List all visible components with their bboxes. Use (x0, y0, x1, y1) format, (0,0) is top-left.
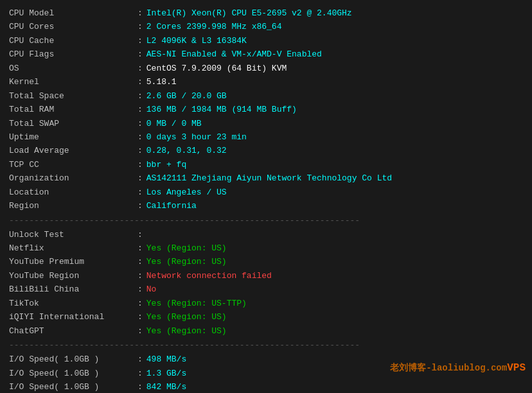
row-label: Location (9, 186, 137, 199)
row-label: I/O Speed( 1.0GB ) (9, 367, 137, 380)
row-colon: : (137, 48, 143, 61)
row-label: CPU Flags (9, 48, 137, 61)
row-colon: : (137, 89, 143, 103)
divider-2: ----------------------------------------… (9, 340, 523, 350)
row-value: Yes (Region: US) (146, 241, 227, 255)
table-row: YouTube Region: Network connection faile… (9, 269, 523, 283)
row-colon: : (137, 20, 143, 33)
row-label: Kernel (9, 75, 137, 89)
table-row: I/O Speed( 1.0GB ): 842 MB/s (9, 380, 523, 393)
row-value: CentOS 7.9.2009 (64 Bit) KVM (146, 62, 287, 75)
table-row: Uptime: 0 days 3 hour 23 min (9, 130, 523, 144)
row-colon: : (137, 367, 143, 380)
system-section: CPU Model: Intel(R) Xeon(R) CPU E5-2695 … (9, 6, 523, 213)
row-value: 2 Cores 2399.998 MHz x86_64 (146, 20, 282, 33)
table-row: Location: Los Angeles / US (9, 186, 523, 199)
row-value: 5.18.1 (146, 75, 177, 89)
row-value: Yes (Region: US) (146, 310, 227, 324)
table-row: CPU Model: Intel(R) Xeon(R) CPU E5-2695 … (9, 6, 523, 20)
row-value: 498 MB/s (146, 353, 186, 366)
table-row: CPU Cache: L2 4096K & L3 16384K (9, 34, 523, 48)
row-value: bbr + fq (146, 158, 186, 171)
row-label: YouTube Region (9, 269, 137, 283)
row-colon: : (137, 103, 143, 116)
row-label: Region (9, 199, 137, 213)
row-colon: : (137, 75, 143, 89)
row-value: 0 days 3 hour 23 min (146, 130, 247, 144)
table-row: Total Space: 2.6 GB / 20.0 GB (9, 89, 523, 103)
row-label: ChatGPT (9, 324, 137, 338)
table-row: TCP CC: bbr + fq (9, 158, 523, 171)
row-colon: : (137, 241, 143, 255)
row-colon: : (137, 6, 143, 20)
row-value: 1.3 GB/s (146, 367, 186, 380)
row-label: TCP CC (9, 158, 137, 171)
row-colon: : (137, 310, 143, 324)
unlock-header-colon: : (137, 228, 143, 241)
row-value: 2.6 GB / 20.0 GB (146, 89, 227, 103)
terminal-output: CPU Model: Intel(R) Xeon(R) CPU E5-2695 … (9, 6, 523, 393)
row-label: Total Space (9, 89, 137, 103)
row-colon: : (137, 171, 143, 185)
table-row: CPU Cores: 2 Cores 2399.998 MHz x86_64 (9, 20, 523, 33)
row-value: 136 MB / 1984 MB (914 MB Buff) (146, 103, 297, 116)
row-label: CPU Model (9, 6, 137, 20)
row-colon: : (137, 158, 143, 171)
unlock-section: Unlock Test: Netflix: Yes (Region: US)Yo… (9, 228, 523, 338)
row-value: 0.28, 0.31, 0.32 (146, 144, 227, 157)
divider-1: ----------------------------------------… (9, 216, 523, 225)
table-row: Total SWAP: 0 MB / 0 MB (9, 117, 523, 130)
row-value: Network connection failed (146, 269, 272, 283)
row-label: CPU Cores (9, 20, 137, 33)
row-label: Uptime (9, 130, 137, 144)
row-label: I/O Speed( 1.0GB ) (9, 380, 137, 393)
row-value: California (146, 199, 197, 213)
unlock-header-label: Unlock Test (9, 228, 137, 241)
row-value: Yes (Region: US-TTP) (146, 297, 247, 310)
table-row: Load Average: 0.28, 0.31, 0.32 (9, 144, 523, 157)
row-value: AS142111 Zhejiang Aiyun Network Technolo… (146, 171, 392, 185)
row-label: Total SWAP (9, 117, 137, 130)
table-row: ChatGPT: Yes (Region: US) (9, 324, 523, 338)
watermark: 老刘博客-laoliublog.comVPS (390, 362, 526, 374)
row-value: Intel(R) Xeon(R) CPU E5-2695 v2 @ 2.40GH… (146, 6, 352, 20)
table-row: OS: CentOS 7.9.2009 (64 Bit) KVM (9, 62, 523, 75)
table-row: BiliBili China: No (9, 283, 523, 296)
row-colon: : (137, 283, 143, 296)
row-label: iQIYI International (9, 310, 137, 324)
row-label: Total RAM (9, 103, 137, 116)
table-row: YouTube Premium: Yes (Region: US) (9, 255, 523, 268)
table-row: Netflix: Yes (Region: US) (9, 241, 523, 255)
row-value: 842 MB/s (146, 380, 186, 393)
row-colon: : (137, 199, 143, 213)
row-colon: : (137, 186, 143, 199)
table-row: Total RAM: 136 MB / 1984 MB (914 MB Buff… (9, 103, 523, 116)
row-colon: : (137, 380, 143, 393)
row-colon: : (137, 144, 143, 157)
row-colon: : (137, 255, 143, 268)
row-value: AES-NI Enabled & VM-x/AMD-V Enabled (146, 48, 322, 61)
row-label: BiliBili China (9, 283, 137, 296)
row-colon: : (137, 130, 143, 144)
table-row: Kernel: 5.18.1 (9, 75, 523, 89)
unlock-header-row: Unlock Test: (9, 228, 523, 241)
row-label: OS (9, 62, 137, 75)
row-value: Yes (Region: US) (146, 255, 227, 268)
row-colon: : (137, 324, 143, 338)
row-label: Load Average (9, 144, 137, 157)
table-row: iQIYI International: Yes (Region: US) (9, 310, 523, 324)
row-value: Los Angeles / US (146, 186, 227, 199)
row-value: No (146, 283, 157, 296)
row-label: TikTok (9, 297, 137, 310)
row-label: I/O Speed( 1.0GB ) (9, 353, 137, 366)
row-colon: : (137, 117, 143, 130)
table-row: CPU Flags: AES-NI Enabled & VM-x/AMD-V E… (9, 48, 523, 61)
table-row: Organization: AS142111 Zhejiang Aiyun Ne… (9, 171, 523, 185)
row-value: Yes (Region: US) (146, 324, 227, 338)
row-colon: : (137, 297, 143, 310)
table-row: Region: California (9, 199, 523, 213)
row-label: Organization (9, 171, 137, 185)
row-colon: : (137, 62, 143, 75)
row-value: L2 4096K & L3 16384K (146, 34, 247, 48)
row-value: 0 MB / 0 MB (146, 117, 202, 130)
